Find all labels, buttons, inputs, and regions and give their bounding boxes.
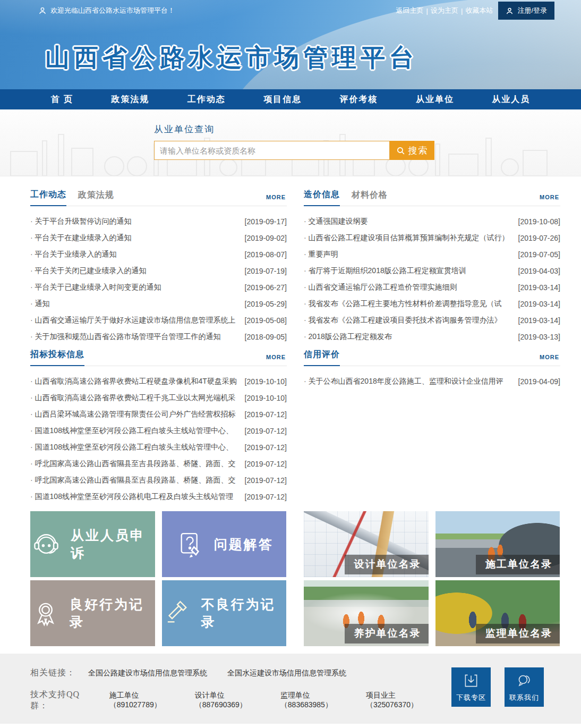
news-item[interactable]: 国道108线神堂堡至砂河段公路工程白坡头主线站管理中心、 [2019-07-12…	[30, 439, 287, 455]
maintenance-units-directory[interactable]: 养护单位名录	[304, 580, 429, 646]
qq-design-link[interactable]: 设计单位（887690369）	[195, 691, 275, 710]
news-item-date: [2019-09-17]	[245, 217, 287, 226]
news-item[interactable]: 省厅将于近期组织2018版公路工程定额宣贯培训 [2019-04-03]	[304, 263, 560, 279]
nav-item[interactable]: 政策法规	[111, 94, 149, 105]
search-input[interactable]	[154, 141, 390, 160]
nav-item[interactable]: 项目信息	[263, 94, 302, 105]
personnel-appeal-tile[interactable]: 从业人员申诉	[30, 511, 155, 577]
bad-behavior-tile[interactable]: 不良行为记录	[162, 580, 287, 646]
qq-owner-link[interactable]: 项目业主（325076370）	[366, 691, 446, 710]
news-item[interactable]: 交通强国建设纲要 [2019-10-08]	[304, 213, 560, 230]
tab-policy[interactable]: 政策法规	[78, 190, 114, 206]
search-section: 从业单位查询 搜索	[0, 109, 581, 176]
news-item-date: [2019-03-13]	[518, 333, 560, 341]
tile-label: 从业人员申诉	[71, 527, 155, 562]
waterway-credit-system-link[interactable]: 全国水运建设市场信用信息管理系统	[227, 668, 346, 678]
news-item[interactable]: 山西省交通运输厅公路工程造价管理实施细则 [2019-03-14]	[304, 279, 560, 295]
news-item-title: 省厅将于近期组织2018版公路工程定额宣贯培训	[304, 266, 514, 276]
news-item[interactable]: 国道108线神堂堡至砂河段公路工程白坡头主线站管理中心、 [2019-07-12…	[30, 422, 287, 439]
news-item-title: 重要声明	[304, 250, 514, 259]
news-item[interactable]: 重要声明 [2019-07-05]	[304, 246, 560, 263]
tab-bidding[interactable]: 招标投标信息	[30, 349, 84, 366]
news-item[interactable]: 平台关于业绩录入的通知 [2019-08-07]	[30, 246, 287, 263]
tab-material-price[interactable]: 材料价格	[352, 190, 388, 206]
user-icon	[506, 7, 514, 15]
search-icon	[396, 146, 405, 155]
tile-label: 良好行为记录	[70, 596, 155, 631]
news-item-date: [2019-08-07]	[245, 250, 287, 259]
login-register-label: 注册/登录	[517, 6, 547, 15]
search-button-label: 搜索	[408, 145, 429, 157]
tab-work-news[interactable]: 工作动态	[30, 189, 66, 206]
news-item[interactable]: 国道108线神堂堡至砂河段公路机电工程及白坡头主线站管理 [2019-07-12…	[30, 488, 287, 505]
news-item[interactable]: 呼北国家高速公路山西省隰县至吉县段路基、桥隧、路面、交 [2019-07-12]	[30, 472, 287, 488]
news-item-title: 交通强国建设纲要	[304, 217, 514, 226]
headset-icon	[30, 528, 62, 560]
news-item-date: [2019-10-10]	[245, 377, 287, 386]
work-news-list: 关于平台升级暂停访问的通知 [2019-09-17] 平台关于在建业绩录入的通知…	[30, 206, 287, 345]
news-item-date: [2019-05-29]	[245, 300, 287, 308]
news-item[interactable]: 关于平台升级暂停访问的通知 [2019-09-17]	[30, 213, 287, 230]
qq-construction-link[interactable]: 施工单位（891027789）	[109, 691, 190, 710]
news-item[interactable]: 关于加强和规范山西省公路市场管理平台管理工作的通知 [2018-09-05]	[30, 328, 287, 345]
search-button[interactable]: 搜索	[390, 141, 434, 160]
news-item[interactable]: 山西省交通运输厅关于做好水运建设市场信用信息管理系统上 [2019-05-08]	[30, 312, 287, 328]
news-item[interactable]: 山西省取消高速公路省界收费站工程千兆工业以太网光端机采 [2019-10-10]	[30, 390, 287, 406]
news-item[interactable]: 平台关于在建业绩录入的通知 [2019-09-02]	[30, 230, 287, 246]
login-register-button[interactable]: 注册/登录	[498, 2, 554, 20]
news-item[interactable]: 呼北国家高速公路山西省隰县至吉县段路基、桥隧、路面、交 [2019-07-12]	[30, 455, 287, 472]
news-item[interactable]: 平台关于关闭已建业绩录入的通知 [2019-07-19]	[30, 263, 287, 279]
news-item[interactable]: 通知 [2019-05-29]	[30, 295, 287, 312]
download-zone-label: 下载专区	[456, 693, 486, 702]
news-item[interactable]: 我省发布《公路工程主要地方性材料价差调整指导意见（试 [2019-03-14]	[304, 295, 560, 312]
news-item[interactable]: 山西吕梁环城高速公路管理有限责任公司户外广告经营权招标 [2019-07-12]	[30, 406, 287, 422]
news-item-title: 平台关于业绩录入的通知	[30, 250, 241, 259]
bidding-more-link[interactable]: MORE	[266, 354, 286, 360]
topbar: 欢迎光临山西省公路水运市场管理平台！ 返回主页| 设为主页| 收藏本站 注册/登…	[0, 0, 581, 21]
nav-item[interactable]: 工作动态	[187, 94, 226, 105]
news-item-title: 我省发布《公路工程主要地方性材料价差调整指导意见（试	[304, 299, 514, 309]
tab-cost-info[interactable]: 造价信息	[304, 189, 340, 206]
work-more-link[interactable]: MORE	[266, 194, 286, 200]
nav-item[interactable]: 从业人员	[492, 94, 530, 105]
nav-item[interactable]: 首 页	[51, 94, 73, 105]
user-icon	[38, 6, 47, 15]
contact-us-button[interactable]: 联系我们	[505, 667, 544, 707]
news-item[interactable]: 关于公布山西省2018年度公路施工、监理和设计企业信用评 [2019-04-09…	[304, 373, 560, 390]
topbar-links: 返回主页| 设为主页| 收藏本站	[396, 6, 493, 15]
news-item-title: 通知	[30, 299, 241, 309]
news-item[interactable]: 平台关于已建业绩录入时间变更的通知 [2019-06-27]	[30, 279, 287, 295]
question-icon	[175, 529, 206, 560]
news-item[interactable]: 2018版公路工程定额发布 [2019-03-13]	[304, 328, 560, 345]
news-item[interactable]: 山西省取消高速公路省界收费站工程硬盘录像机和4T硬盘采购 [2019-10-10…	[30, 373, 287, 390]
related-links-caption: 相关链接：	[30, 667, 75, 679]
construction-units-directory[interactable]: 施工单位名录	[435, 511, 560, 577]
news-item[interactable]: 我省发布《公路工程建设项目委托技术咨询服务管理办法》 [2019-03-14]	[304, 312, 560, 328]
favorite-link[interactable]: 收藏本站	[465, 6, 493, 15]
news-item[interactable]: 山西省公路工程建设项目估算概算预算编制补充规定（试行） [2019-07-26]	[304, 230, 560, 246]
highway-credit-system-link[interactable]: 全国公路建设市场信用信息管理系统	[88, 668, 207, 678]
good-behavior-tile[interactable]: 良好行为记录	[30, 580, 155, 646]
news-item-date: [2019-07-12]	[245, 427, 287, 435]
qq-supervision-link[interactable]: 监理单位（883683985）	[280, 691, 361, 710]
question-answer-tile[interactable]: 问题解答	[162, 511, 287, 577]
download-zone-button[interactable]: 下载专区	[451, 667, 491, 707]
news-item-title: 平台关于在建业绩录入的通知	[30, 233, 241, 243]
credit-more-link[interactable]: MORE	[540, 354, 559, 360]
nav-item[interactable]: 从业单位	[416, 94, 454, 105]
news-item-title: 平台关于已建业绩录入时间变更的通知	[30, 283, 241, 292]
news-item-title: 呼北国家高速公路山西省隰县至吉县段路基、桥隧、路面、交	[30, 476, 241, 485]
design-units-directory[interactable]: 设计单位名录	[304, 511, 429, 577]
search-section-title: 从业单位查询	[154, 123, 581, 136]
home-link[interactable]: 返回主页	[396, 6, 424, 15]
credit-list: 关于公布山西省2018年度公路施工、监理和设计企业信用评 [2019-04-09…	[304, 366, 560, 505]
tab-credit[interactable]: 信用评价	[304, 349, 340, 366]
cost-more-link[interactable]: MORE	[540, 194, 559, 200]
news-item-title: 平台关于关闭已建业绩录入的通知	[30, 266, 241, 276]
footer: 相关链接： 全国公路建设市场信用信息管理系统 全国水运建设市场信用信息管理系统 …	[0, 654, 581, 724]
photo-label: 施工单位名录	[476, 555, 560, 574]
set-home-link[interactable]: 设为主页	[431, 6, 458, 15]
nav-item[interactable]: 评价考核	[340, 94, 378, 105]
news-item-date: [2019-07-12]	[245, 410, 287, 419]
supervision-units-directory[interactable]: 监理单位名录	[435, 580, 560, 646]
